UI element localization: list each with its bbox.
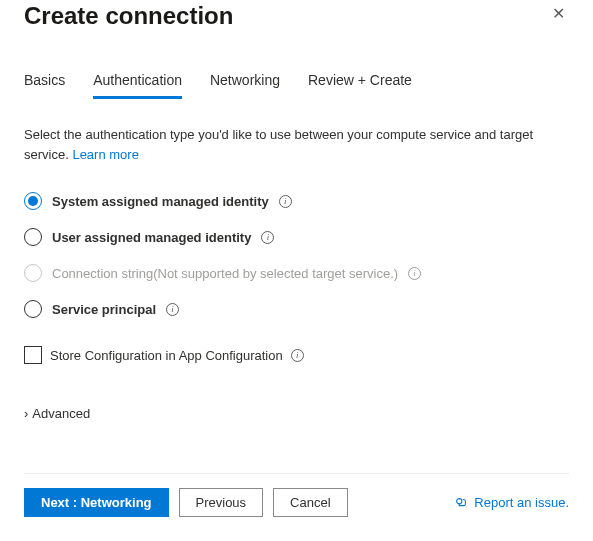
radio-label: User assigned managed identity (52, 230, 251, 245)
tab-review-create[interactable]: Review + Create (308, 72, 412, 99)
next-button[interactable]: Next : Networking (24, 488, 169, 517)
radio-icon[interactable] (24, 300, 42, 318)
store-config-checkbox-row[interactable]: Store Configuration in App Configuration… (24, 346, 569, 364)
tab-authentication[interactable]: Authentication (93, 72, 182, 99)
info-icon[interactable]: i (279, 195, 292, 208)
chevron-right-icon: › (24, 406, 28, 421)
description: Select the authentication type you'd lik… (24, 125, 569, 164)
page-title: Create connection (24, 2, 233, 30)
radio-icon[interactable] (24, 192, 42, 210)
tab-basics[interactable]: Basics (24, 72, 65, 99)
tab-bar: Basics Authentication Networking Review … (24, 72, 569, 99)
learn-more-link[interactable]: Learn more (72, 147, 138, 162)
close-icon: ✕ (552, 5, 565, 22)
info-icon[interactable]: i (261, 231, 274, 244)
info-icon[interactable]: i (291, 349, 304, 362)
cancel-button[interactable]: Cancel (273, 488, 347, 517)
auth-option-system-identity[interactable]: System assigned managed identity i (24, 192, 569, 210)
footer: Next : Networking Previous Cancel Report… (24, 473, 569, 541)
radio-icon[interactable] (24, 228, 42, 246)
advanced-label: Advanced (32, 406, 90, 421)
auth-radio-group: System assigned managed identity i User … (24, 192, 569, 318)
checkbox-icon[interactable] (24, 346, 42, 364)
radio-icon (24, 264, 42, 282)
tab-networking[interactable]: Networking (210, 72, 280, 99)
auth-option-user-identity[interactable]: User assigned managed identity i (24, 228, 569, 246)
report-issue-link[interactable]: Report an issue. (454, 495, 569, 510)
previous-button[interactable]: Previous (179, 488, 264, 517)
radio-label: System assigned managed identity (52, 194, 269, 209)
checkbox-label: Store Configuration in App Configuration (50, 348, 283, 363)
advanced-toggle[interactable]: › Advanced (24, 406, 569, 421)
feedback-icon (454, 496, 468, 510)
report-issue-label: Report an issue. (474, 495, 569, 510)
svg-point-0 (457, 498, 462, 503)
close-button[interactable]: ✕ (548, 2, 569, 26)
info-icon: i (408, 267, 421, 280)
radio-label: Service principal (52, 302, 156, 317)
auth-option-service-principal[interactable]: Service principal i (24, 300, 569, 318)
radio-label: Connection string(Not supported by selec… (52, 266, 398, 281)
auth-option-connection-string: Connection string(Not supported by selec… (24, 264, 569, 282)
info-icon[interactable]: i (166, 303, 179, 316)
disabled-hint: (Not supported by selected target servic… (153, 266, 398, 281)
